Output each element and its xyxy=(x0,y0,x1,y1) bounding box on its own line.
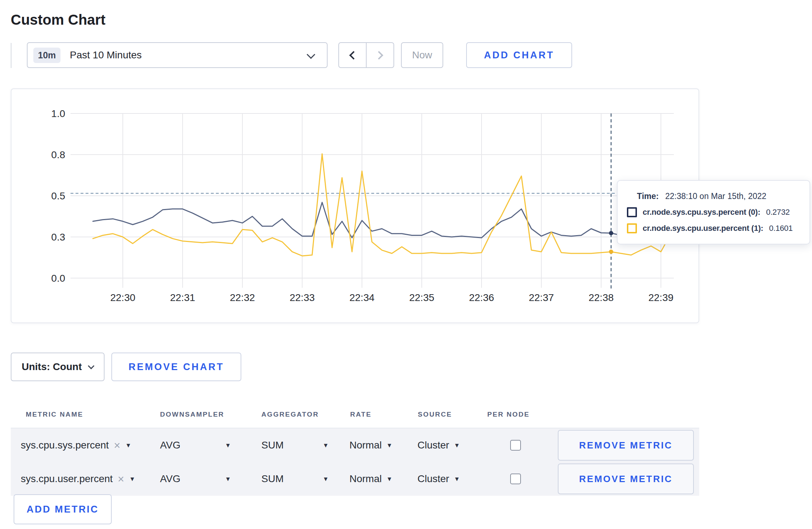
metrics-chart[interactable]: 0.00.30.50.81.022:3022:3122:3222:3322:34… xyxy=(11,89,699,322)
next-time-button[interactable] xyxy=(367,43,393,67)
units-label: Units: Count xyxy=(22,361,82,373)
x-axis-tick-label: 22:37 xyxy=(529,292,554,303)
rate-select[interactable]: Normal ▼ xyxy=(349,473,392,485)
caret-down-icon: ▼ xyxy=(454,476,460,482)
hover-point-1 xyxy=(609,249,613,254)
downsampler-value: AVG xyxy=(160,473,180,485)
caret-down-icon: ▼ xyxy=(323,442,329,448)
aggregator-value: SUM xyxy=(261,473,284,485)
tooltip-series-value: 0.1601 xyxy=(769,224,793,233)
chart-tooltip: Time:22:38:10 on Mar 15th, 2022 cr.node.… xyxy=(617,180,810,244)
clear-metric-icon[interactable]: × xyxy=(114,440,120,451)
rate-select[interactable]: Normal ▼ xyxy=(349,440,392,451)
chevron-right-icon xyxy=(374,51,383,59)
x-axis-tick-label: 22:35 xyxy=(409,292,434,303)
x-axis-tick-label: 22:33 xyxy=(290,292,315,303)
tooltip-time: Time:22:38:10 on Mar 15th, 2022 xyxy=(627,191,804,201)
x-axis-tick-label: 22:30 xyxy=(110,292,135,303)
chevron-down-icon xyxy=(88,363,95,369)
chart-panel: 0.00.30.50.81.022:3022:3122:3222:3322:34… xyxy=(11,88,699,323)
tooltip-series-row: cr.node.sys.cpu.user.percent (1): 0.1601 xyxy=(627,223,804,233)
table-row: sys.cpu.sys.percent × ▼ AVG ▼ SUM ▼ Norm… xyxy=(11,428,699,462)
metric-name-value: sys.cpu.user.percent xyxy=(21,473,113,485)
hover-point-0 xyxy=(609,231,613,235)
rate-value: Normal xyxy=(349,440,382,451)
downsampler-select[interactable]: AVG ▼ xyxy=(160,440,231,451)
source-select[interactable]: Cluster ▼ xyxy=(417,473,460,485)
rate-value: Normal xyxy=(349,473,382,485)
x-axis-tick-label: 22:38 xyxy=(589,292,614,303)
toolbar-divider xyxy=(11,43,11,68)
aggregator-select[interactable]: SUM ▼ xyxy=(261,473,329,485)
chevron-left-icon xyxy=(349,51,358,59)
caret-down-icon: ▼ xyxy=(323,476,329,482)
series-line-0 xyxy=(93,202,671,238)
metric-name-select[interactable]: sys.cpu.sys.percent × ▼ xyxy=(21,440,131,451)
source-value: Cluster xyxy=(417,440,449,451)
units-select[interactable]: Units: Count xyxy=(11,353,105,381)
caret-down-icon: ▼ xyxy=(386,476,392,482)
y-axis-tick-label: 1.0 xyxy=(51,108,65,119)
downsampler-value: AVG xyxy=(160,440,180,451)
prev-time-button[interactable] xyxy=(339,43,367,67)
time-range-select[interactable]: 10m Past 10 Minutes xyxy=(27,42,328,68)
column-header-metric-name: METRIC NAME xyxy=(26,411,83,418)
source-select[interactable]: Cluster ▼ xyxy=(417,440,460,451)
x-axis-tick-label: 22:32 xyxy=(230,292,255,303)
remove-metric-button[interactable]: REMOVE METRIC xyxy=(558,430,694,461)
y-axis-tick-label: 0.5 xyxy=(51,190,65,202)
metric-name-select[interactable]: sys.cpu.user.percent × ▼ xyxy=(21,473,135,485)
x-axis-tick-label: 22:36 xyxy=(469,292,494,303)
caret-down-icon: ▼ xyxy=(129,476,135,482)
tooltip-time-label: Time: xyxy=(637,191,659,201)
y-axis-tick-label: 0.8 xyxy=(51,149,65,160)
now-button[interactable]: Now xyxy=(401,42,443,68)
downsampler-select[interactable]: AVG ▼ xyxy=(160,473,231,485)
metrics-table-body: sys.cpu.sys.percent × ▼ AVG ▼ SUM ▼ Norm… xyxy=(11,428,699,496)
sys-series-swatch-icon xyxy=(627,207,637,217)
caret-down-icon: ▼ xyxy=(386,442,392,448)
metrics-table-header: METRIC NAME DOWNSAMPLER AGGREGATOR RATE … xyxy=(11,401,699,428)
user-series-swatch-icon xyxy=(627,223,637,233)
x-axis-tick-label: 22:34 xyxy=(349,292,374,303)
per-node-checkbox[interactable] xyxy=(510,440,521,451)
table-row: sys.cpu.user.percent × ▼ AVG ▼ SUM ▼ Nor… xyxy=(11,462,699,496)
caret-down-icon: ▼ xyxy=(454,442,460,448)
per-node-checkbox[interactable] xyxy=(510,474,521,484)
tooltip-series-row: cr.node.sys.cpu.sys.percent (0): 0.2732 xyxy=(627,207,804,217)
source-value: Cluster xyxy=(417,473,449,485)
tooltip-series-value: 0.2732 xyxy=(766,208,790,217)
page-title: Custom Chart xyxy=(11,12,105,28)
y-axis-tick-label: 0.3 xyxy=(51,232,65,243)
chevron-down-icon xyxy=(306,50,315,59)
column-header-rate: RATE xyxy=(350,411,372,418)
tooltip-time-value: 22:38:10 on Mar 15th, 2022 xyxy=(665,191,767,201)
metric-name-value: sys.cpu.sys.percent xyxy=(21,440,109,451)
remove-chart-button[interactable]: REMOVE CHART xyxy=(111,353,241,381)
aggregator-value: SUM xyxy=(261,440,284,451)
time-range-label: Past 10 Minutes xyxy=(70,49,142,61)
time-pager xyxy=(338,42,394,68)
column-header-downsampler: DOWNSAMPLER xyxy=(160,411,224,418)
x-axis-tick-label: 22:39 xyxy=(648,292,673,303)
caret-down-icon: ▼ xyxy=(125,442,131,448)
series-line-1 xyxy=(93,154,671,256)
clear-metric-icon[interactable]: × xyxy=(118,474,124,485)
metrics-table: METRIC NAME DOWNSAMPLER AGGREGATOR RATE … xyxy=(11,401,699,496)
column-header-per-node: PER NODE xyxy=(487,411,530,418)
add-chart-button[interactable]: ADD CHART xyxy=(466,42,572,68)
column-header-source: SOURCE xyxy=(418,411,452,418)
time-range-badge: 10m xyxy=(33,48,61,63)
add-metric-button[interactable]: ADD METRIC xyxy=(14,494,112,524)
x-axis-tick-label: 22:31 xyxy=(170,292,195,303)
caret-down-icon: ▼ xyxy=(225,442,231,448)
y-axis-tick-label: 0.0 xyxy=(51,273,65,284)
remove-metric-button[interactable]: REMOVE METRIC xyxy=(558,464,694,494)
tooltip-series-label: cr.node.sys.cpu.sys.percent (0): xyxy=(643,208,760,217)
aggregator-select[interactable]: SUM ▼ xyxy=(261,440,329,451)
custom-chart-page: Custom Chart 10m Past 10 Minutes Now ADD… xyxy=(0,0,812,529)
caret-down-icon: ▼ xyxy=(225,476,231,482)
column-header-aggregator: AGGREGATOR xyxy=(261,411,319,418)
tooltip-series-label: cr.node.sys.cpu.user.percent (1): xyxy=(643,224,763,233)
